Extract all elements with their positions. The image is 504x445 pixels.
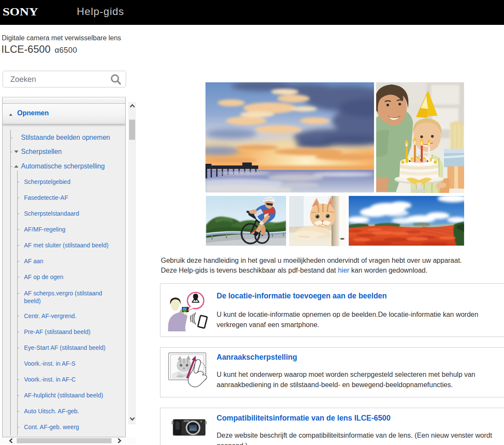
svg-text:SONY: SONY <box>184 420 190 422</box>
svg-text:SONY: SONY <box>3 6 38 18</box>
